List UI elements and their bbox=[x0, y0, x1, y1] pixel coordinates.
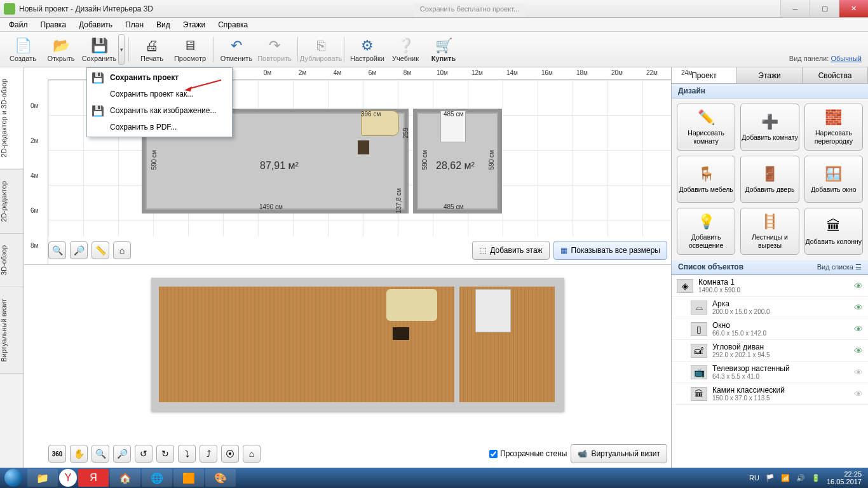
stairs-button[interactable]: 🪜Лестницы и вырезы bbox=[740, 208, 799, 255]
zoom-out-3d-button[interactable]: 🔍 bbox=[92, 445, 109, 463]
add-window-button[interactable]: 🪟Добавить окно bbox=[804, 156, 863, 203]
settings-button[interactable]: ⚙Настройки bbox=[348, 33, 386, 66]
tab-properties[interactable]: Свойства bbox=[803, 67, 868, 83]
taskbar-misc[interactable]: 🟧 bbox=[173, 469, 204, 487]
list-item[interactable]: ▯ Окно66.0 x 15.0 x 142.0 👁 bbox=[672, 318, 868, 340]
tray-battery-icon[interactable]: 🔋 bbox=[811, 474, 820, 482]
tilt-down-button[interactable]: ⤵ bbox=[178, 445, 196, 463]
background-tab[interactable]: Сохранить бесплатно проект... bbox=[414, 4, 526, 17]
panel-mode-link[interactable]: Обычный bbox=[831, 55, 862, 62]
zoom-in-3d-button[interactable]: 🔎 bbox=[113, 445, 131, 463]
eye-icon[interactable]: 👁 bbox=[854, 346, 863, 356]
save-split-button[interactable]: ▾ bbox=[118, 34, 125, 65]
tray-network-icon[interactable]: 📶 bbox=[781, 474, 790, 482]
window-icon: 🪟 bbox=[824, 165, 843, 183]
home-button[interactable]: ⌂ bbox=[113, 241, 131, 259]
tray-clock[interactable]: 22:2516.05.2017 bbox=[827, 470, 862, 485]
tray-lang[interactable]: RU bbox=[749, 474, 759, 482]
redo-button[interactable]: ↷Повторить bbox=[255, 33, 294, 66]
toolbar-separator bbox=[128, 37, 129, 62]
vtab-3d[interactable]: 3D-обзор bbox=[0, 234, 24, 287]
eye-icon[interactable]: 👁 bbox=[854, 367, 863, 377]
vtab-virtual[interactable]: Виртуальный визит bbox=[0, 287, 24, 374]
buy-button[interactable]: 🛒Купить bbox=[424, 33, 463, 66]
show-dimensions-toggle[interactable]: ▦Показывать все размеры bbox=[553, 241, 667, 260]
save-as-image-item[interactable]: 💾 Сохранить как изображение... bbox=[87, 102, 232, 119]
ruler-button[interactable]: 📏 bbox=[92, 241, 109, 259]
zoom-in-button[interactable]: 🔎 bbox=[70, 241, 88, 259]
help-icon: ❔ bbox=[396, 37, 415, 55]
tab-floors[interactable]: Этажи bbox=[737, 67, 803, 83]
objects-header: Список объектов Вид списка ☰ bbox=[672, 260, 868, 274]
menu-plan[interactable]: План bbox=[119, 19, 150, 30]
transparent-walls-checkbox[interactable]: Прозрачные стены bbox=[489, 449, 567, 458]
menu-edit[interactable]: Правка bbox=[34, 19, 73, 30]
add-door-button[interactable]: 🚪Добавить дверь bbox=[740, 156, 799, 203]
taskbar-explorer[interactable]: 📁 bbox=[27, 469, 58, 487]
folder-open-icon: 📂 bbox=[51, 37, 71, 55]
create-button[interactable]: 📄Создать bbox=[4, 33, 42, 66]
list-item[interactable]: 🛋 Угловой диван292.0 x 202.1 x 94.5 👁 bbox=[672, 340, 868, 362]
menu-floors[interactable]: Этажи bbox=[177, 19, 212, 30]
menu-help[interactable]: Справка bbox=[212, 19, 254, 30]
eye-icon[interactable]: 👁 bbox=[854, 324, 863, 334]
rotate-right-button[interactable]: ↻ bbox=[156, 445, 174, 463]
taskbar-yandex[interactable]: Y bbox=[59, 469, 77, 487]
vtab-2d[interactable]: 2D-редактор bbox=[0, 170, 24, 234]
start-button[interactable] bbox=[0, 468, 27, 488]
tilt-up-button[interactable]: ⤴ bbox=[200, 445, 217, 463]
draw-room-button[interactable]: ✏️Нарисовать комнату bbox=[677, 104, 735, 151]
virtual-visit-button[interactable]: 📹Виртуальный визит bbox=[571, 444, 667, 463]
list-item[interactable]: 📺 Телевизор настенный64.3 x 5.5 x 41.0 👁 bbox=[672, 362, 868, 383]
rotate-left-button[interactable]: ↺ bbox=[135, 445, 153, 463]
monitor-icon: 🖥 bbox=[180, 37, 200, 55]
zoom-out-button[interactable]: 🔍 bbox=[48, 241, 66, 259]
taskbar-ya[interactable]: Я bbox=[78, 469, 109, 487]
list-view-icon[interactable]: ☰ bbox=[855, 263, 862, 271]
maximize-button[interactable]: ▢ bbox=[810, 0, 839, 17]
tutorial-button[interactable]: ❔Учебник bbox=[386, 33, 424, 66]
eye-icon[interactable]: 👁 bbox=[854, 302, 863, 313]
app-icon bbox=[4, 3, 15, 15]
list-item[interactable]: 🏛 Камин классический150.0 x 37.0 x 113.5… bbox=[672, 383, 868, 405]
print-button[interactable]: 🖨Печать bbox=[133, 33, 171, 66]
tray-sound-icon[interactable]: 🔊 bbox=[796, 474, 805, 482]
taskbar-paint[interactable]: 🎨 bbox=[205, 469, 236, 487]
preview-button[interactable]: 🖥Просмотр bbox=[171, 33, 209, 66]
pan-button[interactable]: ✋ bbox=[70, 445, 88, 463]
close-button[interactable]: ✕ bbox=[839, 0, 868, 17]
object-list[interactable]: ◈ Комната 11490.0 x 590.0 👁 ⌓ Арка200.0 … bbox=[672, 274, 868, 468]
taskbar-chrome[interactable]: 🌐 bbox=[142, 469, 172, 487]
eye-icon[interactable]: 👁 bbox=[854, 281, 863, 291]
add-room-button[interactable]: ➕Добавить комнату bbox=[740, 104, 799, 151]
tray-flag-icon[interactable]: 🏳️ bbox=[766, 474, 775, 482]
draw-wall-button[interactable]: 🧱Нарисовать перегородку bbox=[804, 104, 863, 151]
menu-file[interactable]: Файл bbox=[3, 19, 34, 30]
minimize-button[interactable]: ─ bbox=[780, 0, 810, 17]
save-as-pdf-item[interactable]: Сохранить в PDF... bbox=[87, 119, 232, 135]
sofa-3d bbox=[386, 289, 437, 321]
list-item[interactable]: ◈ Комната 11490.0 x 590.0 👁 bbox=[672, 275, 868, 297]
pencil-icon: ✏️ bbox=[696, 109, 715, 126]
eye-icon[interactable]: 👁 bbox=[854, 389, 863, 399]
arch-icon: ⌓ bbox=[691, 301, 707, 315]
pane-3d[interactable]: 360 ✋ 🔍 🔎 ↺ ↻ ⤵ ⤴ ⦿ ⌂ Прозрачные стены 📹… bbox=[24, 264, 671, 468]
duplicate-button[interactable]: ⎘Дублировать bbox=[302, 33, 340, 66]
center-button[interactable]: ⦿ bbox=[221, 445, 239, 463]
viewport-3d[interactable] bbox=[151, 278, 564, 411]
list-item[interactable]: ⌓ Арка200.0 x 15.0 x 200.0 👁 bbox=[672, 297, 868, 318]
add-furniture-button[interactable]: 🪑Добавить мебель bbox=[677, 156, 735, 203]
add-light-button[interactable]: 💡Добавить освещение bbox=[677, 208, 735, 255]
add-column-button[interactable]: 🏛Добавить колонну bbox=[804, 208, 863, 255]
home-3d-button[interactable]: ⌂ bbox=[243, 445, 261, 463]
add-floor-button[interactable]: ⬚Добавить этаж bbox=[472, 241, 549, 260]
open-button[interactable]: 📂Открыть bbox=[42, 33, 80, 66]
rotate-360-button[interactable]: 360 bbox=[48, 445, 66, 463]
menu-add[interactable]: Добавить bbox=[72, 19, 119, 30]
undo-button[interactable]: ↶Отменить bbox=[217, 33, 255, 66]
vtab-2d-3d[interactable]: 2D-редактор и 3D-обзор bbox=[0, 67, 24, 170]
tv-2d[interactable] bbox=[358, 140, 369, 154]
taskbar-app[interactable]: 🏠 bbox=[110, 469, 140, 487]
save-button[interactable]: 💾Сохранить bbox=[80, 33, 118, 66]
menu-view[interactable]: Вид bbox=[150, 19, 177, 30]
